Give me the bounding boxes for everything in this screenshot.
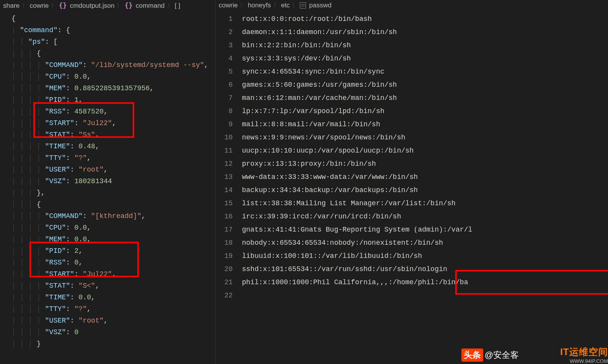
code-line[interactable]: 16irc:x:39:39:ircd:/var/run/ircd:/bin/sh xyxy=(219,210,608,223)
code-line[interactable]: 12proxy:x:13:13:proxy:/bin:/bin/sh xyxy=(219,157,608,170)
line-text: games:x:5:60:games:/usr/games:/bin/sh xyxy=(242,78,608,91)
code-line[interactable]: │ │ │ │ "VSZ": 180281344 xyxy=(3,175,215,187)
code-line[interactable]: │ │ │ │ "CPU": 0.0, xyxy=(3,222,215,234)
code-line[interactable]: │ │ │ │ "TTY": "?", xyxy=(3,152,215,164)
breadcrumb-item-key[interactable]: command xyxy=(124,2,164,10)
code-line[interactable]: │ │ │ │ "MEM": 0.0, xyxy=(3,234,215,245)
line-text: list:x:38:38:Mailing List Manager:/var/l… xyxy=(242,197,608,210)
line-number: 21 xyxy=(219,276,242,289)
code-line[interactable]: 13www-data:x:33:33:www-data:/var/www:/bi… xyxy=(219,170,608,184)
code-line[interactable]: │ │ │ }, xyxy=(3,187,215,199)
line-number: 6 xyxy=(219,78,242,91)
code-line[interactable]: { xyxy=(3,13,215,24)
line-text: uucp:x:10:10:uucp:/var/spool/uucp:/bin/s… xyxy=(242,144,608,157)
line-text: irc:x:39:39:ircd:/var/run/ircd:/bin/sh xyxy=(242,210,608,223)
line-text: root:x:0:0:root:/root:/bin/bash xyxy=(242,12,608,26)
breadcrumb-item[interactable]: share xyxy=(3,2,20,10)
line-text: phil:x:1000:1000:Phil California,,,:/hom… xyxy=(242,276,608,289)
breadcrumb-right[interactable]: cowrie 〉 honeyfs 〉 etc 〉 passwd xyxy=(216,0,608,11)
text-editor[interactable]: 1root:x:0:0:root:/root:/bin/bash2daemon:… xyxy=(216,11,608,304)
code-line[interactable]: 18nobody:x:65534:65534:nobody:/nonexiste… xyxy=(219,236,608,249)
code-line[interactable]: 17gnats:x:41:41:Gnats Bug-Reporting Syst… xyxy=(219,223,608,236)
code-line[interactable]: │ │ │ │ "START": "Jul22", xyxy=(3,117,215,129)
code-line[interactable]: 11uucp:x:10:10:uucp:/var/spool/uucp:/bin… xyxy=(219,144,608,157)
line-number: 16 xyxy=(219,210,242,223)
code-line[interactable]: │ │ │ │ "USER": "root", xyxy=(3,164,215,175)
line-number: 8 xyxy=(219,105,242,118)
chevron-right-icon: 〉 xyxy=(51,2,57,9)
code-line[interactable]: │ │ │ │ "PID": 1, xyxy=(3,94,215,106)
breadcrumb-item-array[interactable]: [ ] xyxy=(175,2,180,10)
line-text: bin:x:2:2:bin:/bin:/bin/sh xyxy=(242,39,608,52)
code-line[interactable]: 3bin:x:2:2:bin:/bin:/bin/sh xyxy=(219,39,608,52)
code-line[interactable]: 7man:x:6:12:man:/var/cache/man:/bin/sh xyxy=(219,91,608,105)
json-icon xyxy=(124,2,134,10)
code-line[interactable]: 9mail:x:8:8:mail:/var/mail:/bin/sh xyxy=(219,118,608,131)
code-line[interactable]: 2daemon:x:1:1:daemon:/usr/sbin:/bin/sh xyxy=(219,26,608,39)
line-number: 11 xyxy=(219,144,242,157)
chevron-right-icon: 〉 xyxy=(292,2,297,9)
code-line[interactable]: │ │ │ │ "VSZ": 0 xyxy=(3,326,215,338)
breadcrumb-left[interactable]: share 〉 cowrie 〉 cmdoutput.json 〉 comman… xyxy=(0,0,215,11)
code-line[interactable]: 1root:x:0:0:root:/root:/bin/bash xyxy=(219,12,608,26)
breadcrumb-item[interactable]: cowrie xyxy=(219,2,238,9)
left-editor-pane: share 〉 cowrie 〉 cmdoutput.json 〉 comman… xyxy=(0,0,216,364)
json-editor[interactable]: { │ "command": { │ │ "ps": [ │ │ │ { │ │… xyxy=(0,11,215,351)
breadcrumb-item[interactable]: cowrie xyxy=(30,2,49,10)
code-line[interactable]: 5sync:x:4:65534:sync:/bin:/bin/sync xyxy=(219,65,608,78)
code-line[interactable]: │ │ │ } xyxy=(3,338,215,350)
line-number: 5 xyxy=(219,65,242,78)
code-line[interactable]: 6games:x:5:60:games:/usr/games:/bin/sh xyxy=(219,78,608,91)
breadcrumb-item-file[interactable]: cmdoutput.json xyxy=(59,2,115,10)
line-number: 22 xyxy=(219,289,242,302)
line-text: sshd:x:101:65534::/var/run/sshd:/usr/sbi… xyxy=(242,263,608,276)
code-line[interactable]: │ │ │ │ "USER": "root", xyxy=(3,315,215,326)
line-number: 17 xyxy=(219,223,242,236)
line-number: 9 xyxy=(219,118,242,131)
line-text xyxy=(242,289,608,302)
code-line[interactable]: 4sys:x:3:3:sys:/dev:/bin/sh xyxy=(219,52,608,65)
line-text: sync:x:4:65534:sync:/bin:/bin/sync xyxy=(242,65,608,78)
file-icon xyxy=(300,2,306,9)
line-number: 19 xyxy=(219,249,242,263)
site-url: WWW.94IP.COM xyxy=(560,358,608,364)
chevron-right-icon: 〉 xyxy=(167,2,173,9)
line-text: mail:x:8:8:mail:/var/mail:/bin/sh xyxy=(242,118,608,131)
code-line[interactable]: 10news:x:9:9:news:/var/spool/news:/bin/s… xyxy=(219,131,608,144)
line-number: 18 xyxy=(219,236,242,249)
breadcrumb-item[interactable]: etc xyxy=(281,2,290,9)
code-line[interactable]: │ │ │ │ "STAT": "Ss", xyxy=(3,129,215,141)
code-line[interactable]: │ │ "ps": [ xyxy=(3,36,215,48)
breadcrumb-item-file[interactable]: passwd xyxy=(300,2,332,9)
json-icon xyxy=(59,2,68,10)
code-line[interactable]: │ │ │ │ "RSS": 4587520, xyxy=(3,106,215,117)
code-line[interactable]: 19libuuid:x:100:101::/var/lib/libuuid:/b… xyxy=(219,249,608,263)
code-line[interactable]: │ │ │ │ "START": "Jul22", xyxy=(3,268,215,280)
code-line[interactable]: │ │ │ │ "TIME": 0.48, xyxy=(3,141,215,152)
code-line[interactable]: 21phil:x:1000:1000:Phil California,,,:/h… xyxy=(219,276,608,289)
code-line[interactable]: 22 xyxy=(219,289,608,302)
line-text: proxy:x:13:13:proxy:/bin:/bin/sh xyxy=(242,157,608,170)
code-line[interactable]: 14backup:x:34:34:backup:/var/backups:/bi… xyxy=(219,184,608,197)
code-line[interactable]: │ │ │ │ "MEM": 0.8852285391357956, xyxy=(3,82,215,94)
code-line[interactable]: │ │ │ │ "TIME": 0.0, xyxy=(3,292,215,303)
line-text: lp:x:7:7:lp:/var/spool/lpd:/bin/sh xyxy=(242,105,608,118)
code-line[interactable]: │ │ │ { xyxy=(3,199,215,210)
code-line[interactable]: │ │ │ │ "COMMAND": "/lib/systemd/systemd… xyxy=(3,59,215,71)
code-line[interactable]: │ │ │ │ "PID": 2, xyxy=(3,245,215,257)
code-line[interactable]: 8lp:x:7:7:lp:/var/spool/lpd:/bin/sh xyxy=(219,105,608,118)
line-number: 10 xyxy=(219,131,242,144)
line-text: libuuid:x:100:101::/var/lib/libuuid:/bin… xyxy=(242,249,608,263)
line-number: 15 xyxy=(219,197,242,210)
code-line[interactable]: 15list:x:38:38:Mailing List Manager:/var… xyxy=(219,197,608,210)
code-line[interactable]: │ │ │ { xyxy=(3,48,215,59)
code-line[interactable]: │ │ │ │ "TTY": "?", xyxy=(3,303,215,315)
code-line[interactable]: │ │ │ │ "RSS": 0, xyxy=(3,257,215,268)
chevron-right-icon: 〉 xyxy=(240,2,245,9)
code-line[interactable]: │ │ │ │ "STAT": "S<", xyxy=(3,280,215,292)
code-line[interactable]: 20sshd:x:101:65534::/var/run/sshd:/usr/s… xyxy=(219,263,608,276)
breadcrumb-item[interactable]: honeyfs xyxy=(248,2,271,9)
code-line[interactable]: │ "command": { xyxy=(3,24,215,36)
code-line[interactable]: │ │ │ │ "CPU": 0.0, xyxy=(3,71,215,82)
code-line[interactable]: │ │ │ │ "COMMAND": "[kthreadd]", xyxy=(3,210,215,222)
